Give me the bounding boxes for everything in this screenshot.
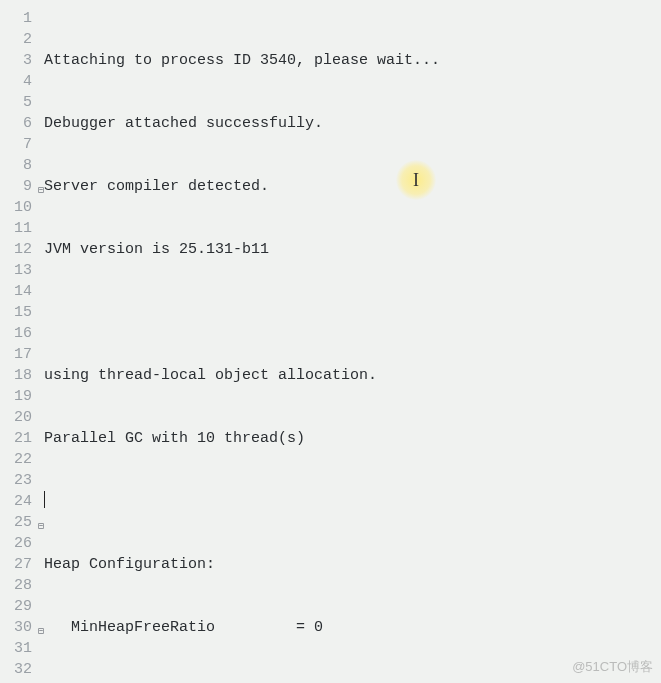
line-number: 23 — [0, 470, 38, 491]
line-number: 18 — [0, 365, 38, 386]
line-number: 9⊟ — [0, 176, 38, 197]
line-number: 4 — [0, 71, 38, 92]
line-number: 30⊟ — [0, 617, 38, 638]
line-number: 22 — [0, 449, 38, 470]
line-number: 29 — [0, 596, 38, 617]
line-number: 24 — [0, 491, 38, 512]
code-line: JVM version is 25.131-b11 — [44, 239, 661, 260]
code-line: Debugger attached successfully. — [44, 113, 661, 134]
fold-icon[interactable]: ⊟ — [38, 621, 44, 642]
line-number: 8 — [0, 155, 38, 176]
code-line: Parallel GC with 10 thread(s) — [44, 428, 661, 449]
line-number: 20 — [0, 407, 38, 428]
line-number-gutter: 1 2 3 4 5 6 7 8 9⊟ 10 11 12 13 14 15 16 … — [0, 0, 38, 683]
line-number: 27 — [0, 554, 38, 575]
line-number: 28 — [0, 575, 38, 596]
line-number: 3 — [0, 50, 38, 71]
code-line: Server compiler detected. — [44, 176, 661, 197]
line-number: 19 — [0, 386, 38, 407]
line-number: 32 — [0, 659, 38, 680]
line-number: 6 — [0, 113, 38, 134]
line-number: 25⊟ — [0, 512, 38, 533]
code-line-caret — [44, 491, 661, 512]
line-number: 15 — [0, 302, 38, 323]
code-line — [44, 302, 661, 323]
fold-icon[interactable]: ⊟ — [38, 180, 44, 201]
line-number: 21 — [0, 428, 38, 449]
fold-icon[interactable]: ⊟ — [38, 516, 44, 537]
code-line: MinHeapFreeRatio = 0 — [44, 617, 661, 638]
line-number: 11 — [0, 218, 38, 239]
line-number: 5 — [0, 92, 38, 113]
code-line: using thread-local object allocation. — [44, 365, 661, 386]
line-number: 13 — [0, 260, 38, 281]
line-number: 1 — [0, 8, 38, 29]
code-content[interactable]: Attaching to process ID 3540, please wai… — [38, 0, 661, 683]
code-editor[interactable]: 1 2 3 4 5 6 7 8 9⊟ 10 11 12 13 14 15 16 … — [0, 0, 661, 683]
line-number: 14 — [0, 281, 38, 302]
code-line: Heap Configuration: — [44, 554, 661, 575]
line-number: 26 — [0, 533, 38, 554]
line-number: 16 — [0, 323, 38, 344]
line-number: 12 — [0, 239, 38, 260]
line-number: 2 — [0, 29, 38, 50]
line-number: 17 — [0, 344, 38, 365]
line-number: 31 — [0, 638, 38, 659]
line-number: 10 — [0, 197, 38, 218]
line-number: 7 — [0, 134, 38, 155]
code-line: Attaching to process ID 3540, please wai… — [44, 50, 661, 71]
